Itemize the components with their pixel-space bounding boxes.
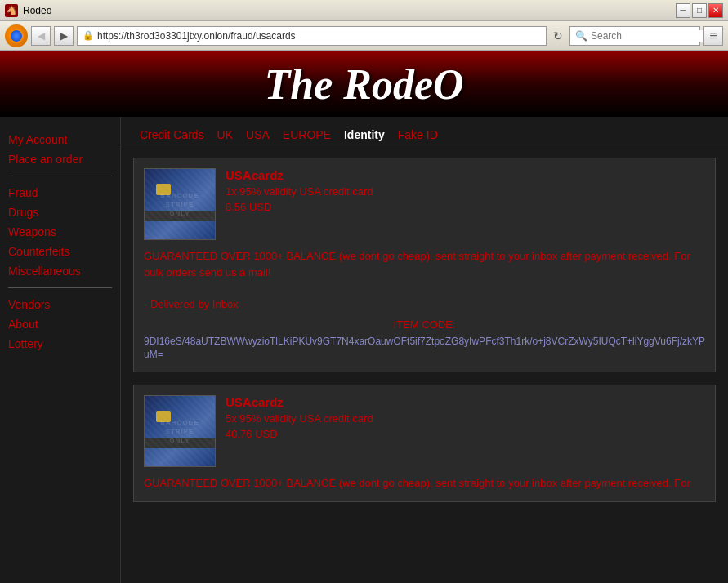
tab-credit-cards[interactable]: Credit Cards: [133, 125, 211, 145]
title-bar: 🐴 Rodeo ─ □ ✕: [0, 0, 728, 21]
search-input[interactable]: [591, 30, 713, 42]
content-area: Credit Cards UK USA EUROPE Identity Fake…: [121, 117, 728, 583]
tab-fake-id[interactable]: Fake ID: [391, 125, 444, 145]
product-card-1: BARCODE STRIPE ONLY USAcardz 1x 95% vali…: [133, 158, 716, 372]
window-title: Rodeo: [23, 5, 51, 16]
tab-usa[interactable]: USA: [239, 125, 276, 145]
product-guarantee-1: GUARANTEED OVER 1000+ BALANCE (we dont g…: [144, 250, 690, 278]
sidebar-item-about[interactable]: About: [8, 318, 112, 331]
sidebar-item-weapons[interactable]: Weapons: [8, 225, 112, 238]
product-desc-1: 1x 95% validity USA credit card: [226, 185, 705, 198]
site-title: The RodeO: [264, 60, 463, 109]
tab-uk[interactable]: UK: [211, 125, 239, 145]
page-content: The RodeO My Account Place an order Frau…: [0, 51, 728, 583]
product-card-2: BARCODE STRIPE ONLY USAcardz 5x 95% vali…: [133, 385, 716, 502]
sidebar-item-lottery[interactable]: Lottery: [8, 337, 112, 350]
forward-button[interactable]: ▶: [54, 26, 74, 46]
product-delivery-1: - Delivered by Inbox: [144, 298, 239, 310]
ff-globe: [9, 29, 24, 43]
product-image-2: BARCODE STRIPE ONLY: [144, 395, 216, 467]
lock-icon: 🔒: [83, 30, 94, 41]
product-body-1: GUARANTEED OVER 1000+ BALANCE (we dont g…: [144, 248, 705, 362]
product-name-1: USAcardz: [226, 168, 705, 182]
product-info-1: USAcardz 1x 95% validity USA credit card…: [226, 168, 705, 240]
tabs-bar: Credit Cards UK USA EUROPE Identity Fake…: [121, 117, 728, 145]
app-icon: 🐴: [5, 4, 18, 17]
reload-button[interactable]: ↻: [550, 28, 566, 44]
sidebar-divider-1: [8, 176, 112, 176]
sidebar-item-place-order[interactable]: Place an order: [8, 153, 112, 166]
tab-europe[interactable]: EUROPE: [276, 125, 337, 145]
address-bar[interactable]: 🔒 https://th3rod3o3301jtxy.onion/fraud/u…: [77, 26, 547, 46]
site-header: The RodeO: [0, 51, 728, 117]
sidebar-divider-2: [8, 287, 112, 288]
sidebar-item-drugs[interactable]: Drugs: [8, 206, 112, 219]
product-body-2: GUARANTEED OVER 1000+ BALANCE (we dont g…: [144, 475, 705, 492]
search-icon: 🔍: [575, 30, 587, 42]
product-info-2: USAcardz 5x 95% validity USA credit card…: [226, 395, 705, 467]
minimize-button[interactable]: ─: [676, 3, 690, 18]
products-container: BARCODE STRIPE ONLY USAcardz 1x 95% vali…: [121, 145, 728, 527]
close-button[interactable]: ✕: [708, 3, 723, 18]
item-code-label-1: ITEM CODE:: [144, 317, 705, 333]
sidebar-item-fraud[interactable]: Fraud: [8, 186, 112, 199]
firefox-icon: [5, 24, 28, 47]
item-code-1: 9DI16eS/48aUTZBWWwyzioTlLKiPKUv9GT7N4xar…: [144, 335, 705, 363]
main-layout: My Account Place an order Fraud Drugs We…: [0, 117, 728, 583]
product-image-1: BARCODE STRIPE ONLY: [144, 168, 216, 240]
product-guarantee-2: GUARANTEED OVER 1000+ BALANCE (we dont g…: [144, 477, 690, 489]
product-name-2: USAcardz: [226, 395, 705, 409]
product-price-2: 40.76 USD: [226, 428, 705, 440]
maximize-button[interactable]: □: [692, 3, 707, 18]
url-text: https://th3rod3o3301jtxy.onion/fraud/usa…: [97, 30, 296, 42]
product-price-1: 8.56 USD: [226, 201, 705, 213]
browser-toolbar: ◀ ▶ 🔒 https://th3rod3o3301jtxy.onion/fra…: [0, 21, 728, 51]
back-button[interactable]: ◀: [31, 26, 51, 46]
sidebar-item-vendors[interactable]: Vendors: [8, 298, 112, 311]
search-bar[interactable]: 🔍: [569, 26, 700, 46]
sidebar: My Account Place an order Fraud Drugs We…: [0, 117, 121, 583]
menu-button[interactable]: ≡: [703, 26, 723, 46]
window-controls: ─ □ ✕: [676, 3, 723, 18]
sidebar-item-counterfeits[interactable]: Counterfeits: [8, 245, 112, 258]
tab-identity[interactable]: Identity: [337, 125, 391, 145]
product-desc-2: 5x 95% validity USA credit card: [226, 412, 705, 425]
sidebar-item-my-account[interactable]: My Account: [8, 133, 112, 146]
sidebar-item-miscellaneous[interactable]: Miscellaneous: [8, 265, 112, 278]
